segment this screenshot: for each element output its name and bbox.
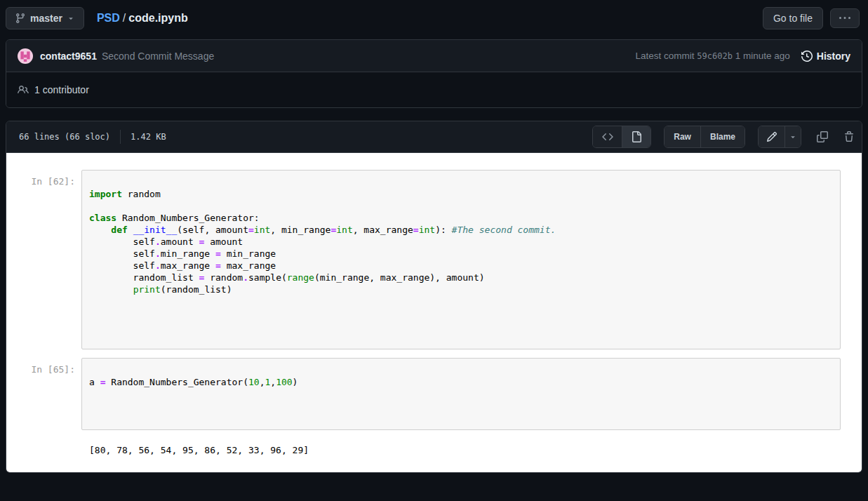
go-to-file-button[interactable]: Go to file — [763, 7, 823, 29]
chevron-down-icon — [67, 14, 75, 22]
file-actions: Raw Blame — [592, 126, 855, 148]
contributors-bar[interactable]: 1 contributor — [6, 72, 862, 107]
history-icon — [801, 51, 813, 62]
commit-info-box: contact9651 Second Commit Message Latest… — [6, 39, 862, 108]
git-branch-icon — [15, 13, 26, 24]
kebab-icon — [839, 13, 850, 24]
code-icon — [602, 131, 613, 142]
latest-commit-info: Latest commit 59c602b 1 minute ago — [636, 51, 790, 61]
trash-icon — [843, 131, 855, 142]
blame-button[interactable]: Blame — [700, 126, 745, 147]
pencil-icon — [766, 131, 777, 142]
breadcrumb-separator: / — [123, 12, 126, 24]
commit-message[interactable]: Second Commit Message — [102, 51, 214, 62]
edit-button-group — [758, 126, 801, 148]
copy-icon — [817, 131, 828, 142]
branch-selector-button[interactable]: master — [6, 7, 84, 29]
history-label: History — [817, 51, 850, 62]
file-lines-info: 66 lines (66 sloc) — [19, 132, 110, 142]
divider — [120, 130, 121, 144]
view-toggle — [592, 126, 651, 148]
breadcrumb-file-name: code.ipynb — [128, 12, 187, 24]
commit-sha[interactable]: 59c602b — [697, 51, 733, 61]
raw-blame-group: Raw Blame — [664, 126, 745, 148]
edit-file-button[interactable] — [759, 126, 784, 147]
raw-button[interactable]: Raw — [665, 126, 700, 147]
file-viewer-box: 66 lines (66 sloc) 1.42 KB Raw Bla — [6, 121, 862, 473]
branch-label: master — [30, 11, 62, 25]
history-link[interactable]: History — [801, 51, 850, 62]
notebook-cell: In [62]: import random class Random_Numb… — [18, 170, 841, 349]
file-info: 66 lines (66 sloc) 1.42 KB — [19, 130, 166, 144]
people-icon — [18, 84, 29, 95]
breadcrumb: PSD/code.ipynb — [97, 12, 188, 25]
file-icon — [631, 131, 642, 142]
file-header: 66 lines (66 sloc) 1.42 KB Raw Bla — [6, 121, 862, 153]
notebook-cell: In [65]: a = Random_Numbers_Generator(10… — [18, 358, 841, 430]
code-cell: import random class Random_Numbers_Gener… — [81, 170, 841, 349]
copy-raw-button[interactable] — [817, 131, 828, 142]
latest-commit-bar: contact9651 Second Commit Message Latest… — [6, 40, 862, 72]
cell-prompt: In [65]: — [18, 358, 75, 430]
avatar[interactable] — [18, 48, 33, 64]
file-navigation-toolbar: master PSD/code.ipynb Go to file — [0, 0, 868, 36]
cell-output: [80, 78, 56, 54, 95, 86, 52, 33, 96, 29] — [81, 439, 841, 456]
contributors-label: 1 contributor — [34, 84, 89, 95]
delete-file-button[interactable] — [843, 131, 855, 142]
cell-prompt: In [62]: — [18, 170, 75, 349]
notebook-render-area: In [62]: import random class Random_Numb… — [6, 153, 862, 472]
code-cell: a = Random_Numbers_Generator(10,1,100) — [81, 358, 841, 430]
edit-options-dropdown[interactable] — [784, 126, 801, 147]
commit-author[interactable]: contact9651 — [40, 51, 97, 62]
more-options-button[interactable] — [830, 8, 860, 28]
rendered-view-button[interactable] — [622, 126, 650, 147]
commit-time: 1 minute ago — [735, 51, 790, 61]
triangle-down-icon — [789, 133, 797, 141]
breadcrumb-repo-link[interactable]: PSD — [97, 12, 120, 24]
file-size-info: 1.42 KB — [131, 132, 166, 142]
source-view-button[interactable] — [593, 126, 622, 147]
